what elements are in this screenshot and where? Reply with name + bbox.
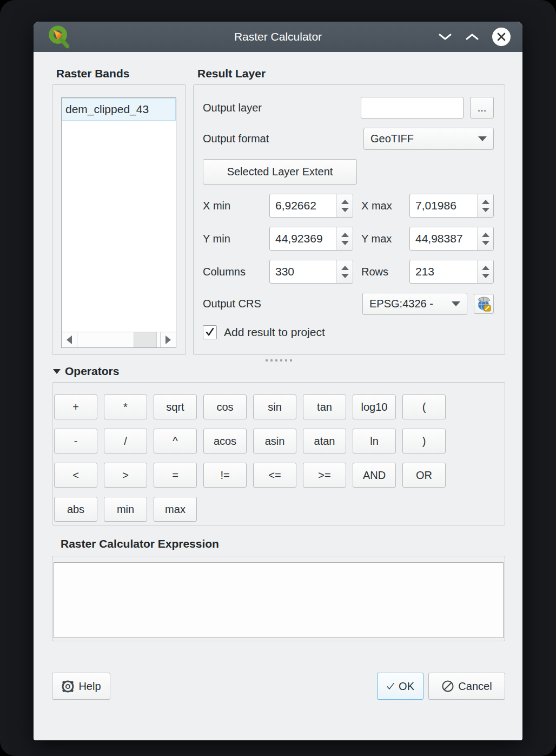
output-format-label: Output format xyxy=(203,133,363,145)
operator-less-equal-button[interactable]: <= xyxy=(253,463,296,488)
ymin-spinbox[interactable]: 44,92369 xyxy=(269,227,353,251)
result-layer-groupbox: Output layer ... Output format GeoTIFF S… xyxy=(193,84,505,355)
operator-sqrt-button[interactable]: sqrt xyxy=(154,395,197,419)
operator-greater-equal-button[interactable]: >= xyxy=(303,463,346,488)
ymax-label: Y max xyxy=(353,233,409,245)
close-button[interactable] xyxy=(492,28,511,46)
bands-horizontal-scrollbar[interactable] xyxy=(62,332,176,347)
operators-groupbox: + * sqrt cos sin tan log10 ( - / ^ acos … xyxy=(52,382,505,525)
spinner-arrows-icon[interactable] xyxy=(477,260,493,283)
expression-input[interactable] xyxy=(54,562,504,638)
operator-minus-button[interactable]: - xyxy=(54,429,97,453)
select-crs-button[interactable] xyxy=(474,294,494,314)
operator-not-equal-button[interactable]: != xyxy=(203,463,247,488)
chevron-down-icon xyxy=(438,33,452,41)
desktop-backdrop: Raster Calculator xyxy=(0,0,556,756)
output-format-select[interactable]: GeoTIFF xyxy=(363,128,494,150)
operator-and-button[interactable]: AND xyxy=(353,463,396,488)
scroll-left-button[interactable] xyxy=(62,332,77,347)
operator-atan-button[interactable]: atan xyxy=(303,429,346,453)
checkmark-icon xyxy=(205,327,215,337)
operator-acos-button[interactable]: acos xyxy=(203,429,247,453)
operator-greater-than-button[interactable]: > xyxy=(104,463,147,488)
help-button[interactable]: Help xyxy=(52,673,110,700)
operator-asin-button[interactable]: asin xyxy=(253,429,296,453)
operator-equal-button[interactable]: = xyxy=(154,463,197,488)
dropdown-arrow-icon xyxy=(452,301,460,306)
scrollbar-track[interactable] xyxy=(77,332,160,347)
spinner-arrows-icon[interactable] xyxy=(336,227,353,250)
operator-open-paren-button[interactable]: ( xyxy=(402,395,446,419)
spinner-arrows-icon[interactable] xyxy=(336,260,353,283)
operator-min-button[interactable]: min xyxy=(104,497,147,522)
operator-multiply-button[interactable]: * xyxy=(104,395,147,419)
operator-sin-button[interactable]: sin xyxy=(253,395,296,419)
expression-header: Raster Calculator Expression xyxy=(61,537,505,553)
triangle-left-icon xyxy=(67,336,72,344)
qgis-logo-icon xyxy=(47,24,71,49)
operators-header: Operators xyxy=(65,365,119,378)
ymax-spinbox[interactable]: 44,98387 xyxy=(409,227,494,251)
cancel-label: Cancel xyxy=(458,680,492,693)
slash-circle-icon xyxy=(441,680,454,693)
ymin-label: Y min xyxy=(203,233,269,245)
output-layer-label: Output layer xyxy=(203,102,361,114)
operator-tan-button[interactable]: tan xyxy=(303,395,346,419)
selected-layer-extent-button[interactable]: Selected Layer Extent xyxy=(203,159,357,185)
xmax-spinbox[interactable]: 7,01986 xyxy=(409,194,494,218)
collapse-arrow-icon xyxy=(53,369,61,374)
operator-or-button[interactable]: OR xyxy=(402,463,446,488)
raster-bands-list[interactable]: dem_clipped_43 xyxy=(61,97,176,348)
expression-groupbox xyxy=(52,556,505,641)
close-icon xyxy=(492,28,511,46)
operator-less-than-button[interactable]: < xyxy=(54,463,97,488)
spinner-arrows-icon[interactable] xyxy=(336,194,353,217)
xmax-label: X max xyxy=(353,200,409,212)
operator-cos-button[interactable]: cos xyxy=(203,395,247,419)
columns-value: 330 xyxy=(270,260,336,283)
lifebuoy-icon xyxy=(61,680,75,693)
operator-max-button[interactable]: max xyxy=(154,497,197,522)
raster-bands-groupbox: dem_clipped_43 xyxy=(52,84,186,355)
output-crs-select[interactable]: EPSG:4326 - xyxy=(362,293,467,315)
operators-collapse-header[interactable]: Operators xyxy=(53,365,505,378)
cancel-button[interactable]: Cancel xyxy=(428,673,505,700)
add-result-checkbox[interactable] xyxy=(203,325,217,339)
scrollbar-thumb[interactable] xyxy=(134,332,157,347)
xmin-label: X min xyxy=(203,200,269,212)
operator-abs-button[interactable]: abs xyxy=(54,497,97,522)
maximize-button[interactable] xyxy=(465,33,479,41)
globe-edit-icon xyxy=(476,297,492,312)
operator-divide-button[interactable]: / xyxy=(104,429,147,453)
operator-log10-button[interactable]: log10 xyxy=(353,395,396,419)
spinner-arrows-icon[interactable] xyxy=(477,227,493,250)
columns-label: Columns xyxy=(203,266,269,278)
chevron-up-icon xyxy=(465,33,479,41)
spinner-arrows-icon[interactable] xyxy=(477,194,493,217)
shade-button[interactable] xyxy=(438,33,452,41)
triangle-right-icon xyxy=(166,336,171,344)
xmin-value: 6,92662 xyxy=(270,194,336,217)
operator-ln-button[interactable]: ln xyxy=(353,429,396,453)
raster-calculator-dialog: Raster Calculator xyxy=(34,22,522,740)
output-layer-input[interactable] xyxy=(361,97,464,119)
ok-button[interactable]: OK xyxy=(377,673,423,700)
splitter-handle[interactable] xyxy=(52,356,505,365)
rows-value: 213 xyxy=(410,260,477,283)
titlebar[interactable]: Raster Calculator xyxy=(34,22,522,52)
browse-button[interactable]: ... xyxy=(470,97,494,119)
output-crs-label: Output CRS xyxy=(203,298,362,310)
operator-close-paren-button[interactable]: ) xyxy=(402,429,446,453)
operator-plus-button[interactable]: + xyxy=(54,395,97,419)
rows-spinbox[interactable]: 213 xyxy=(409,260,494,284)
list-item-dem-clipped[interactable]: dem_clipped_43 xyxy=(62,98,176,121)
result-layer-header: Result Layer xyxy=(197,67,505,82)
rows-label: Rows xyxy=(353,266,409,278)
columns-spinbox[interactable]: 330 xyxy=(269,260,353,284)
xmin-spinbox[interactable]: 6,92662 xyxy=(269,194,353,218)
scroll-right-button[interactable] xyxy=(160,332,176,347)
operator-power-button[interactable]: ^ xyxy=(154,429,197,453)
raster-bands-header: Raster Bands xyxy=(56,67,186,82)
dropdown-arrow-icon xyxy=(478,136,487,141)
xmax-value: 7,01986 xyxy=(410,194,477,217)
